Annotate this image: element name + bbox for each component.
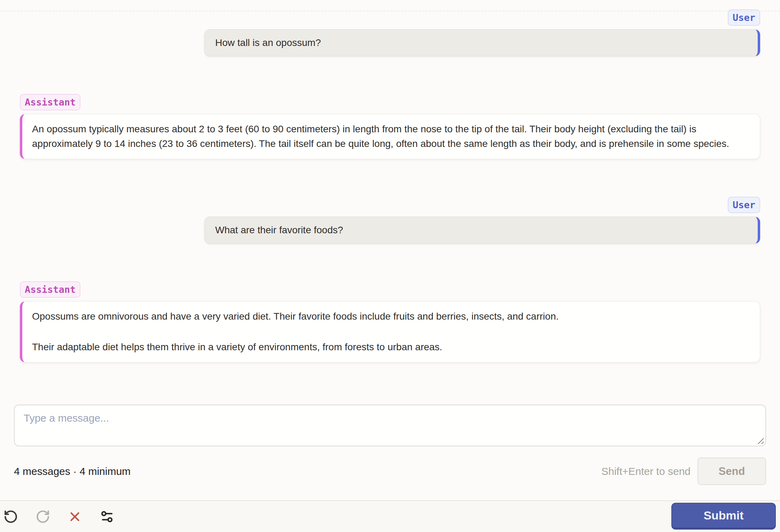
message-input[interactable]: [14, 405, 766, 446]
undo-icon: [3, 509, 18, 524]
chat-transcript: UserHow tall is an opossum?AssistantAn o…: [0, 0, 780, 362]
undo-button[interactable]: [1, 507, 21, 526]
redo-button[interactable]: [33, 507, 53, 526]
message-user: UserHow tall is an opossum?: [20, 9, 760, 56]
settings-sliders-icon: [100, 509, 114, 524]
send-button[interactable]: Send: [697, 457, 766, 485]
close-icon: [68, 509, 82, 524]
redo-icon: [36, 509, 50, 524]
message-text: An opossum typically measures about 2 to…: [32, 122, 750, 151]
message-user: UserWhat are their favorite foods?: [20, 197, 760, 244]
message-bubble: An opossum typically measures about 2 to…: [20, 114, 760, 159]
message-assistant: AssistantOpossums are omnivorous and hav…: [20, 281, 760, 362]
composer-status-row: 4 messages · 4 minimum Shift+Enter to se…: [14, 457, 766, 485]
role-badge: Assistant: [20, 94, 80, 110]
message-list: UserHow tall is an opossum?AssistantAn o…: [20, 9, 760, 362]
message-text: Their adaptable diet helps them thrive i…: [32, 340, 750, 354]
composer: 4 messages · 4 minimum Shift+Enter to se…: [0, 405, 780, 485]
submit-button[interactable]: Submit: [671, 503, 776, 530]
message-count-status: 4 messages · 4 minimum: [14, 466, 131, 477]
message-bubble: Opossums are omnivorous and have a very …: [20, 301, 760, 362]
role-badge: Assistant: [20, 281, 80, 298]
discard-button[interactable]: [65, 507, 85, 526]
message-input-wrap: [14, 405, 766, 446]
settings-button[interactable]: [97, 507, 117, 526]
role-badge: User: [728, 197, 760, 213]
message-bubble: How tall is an opossum?: [204, 29, 760, 56]
role-badge: User: [728, 9, 760, 26]
composer-actions: Shift+Enter to send Send: [601, 457, 766, 485]
message-text: Opossums are omnivorous and have a very …: [32, 309, 750, 324]
message-text: How tall is an opossum?: [215, 36, 747, 50]
message-text: What are their favorite foods?: [215, 223, 747, 237]
bottom-toolbar: Submit: [0, 500, 780, 532]
send-shortcut-hint: Shift+Enter to send: [601, 466, 691, 477]
message-assistant: AssistantAn opossum typically measures a…: [20, 94, 760, 159]
message-bubble: What are their favorite foods?: [204, 217, 760, 244]
top-divider: [0, 11, 780, 11]
